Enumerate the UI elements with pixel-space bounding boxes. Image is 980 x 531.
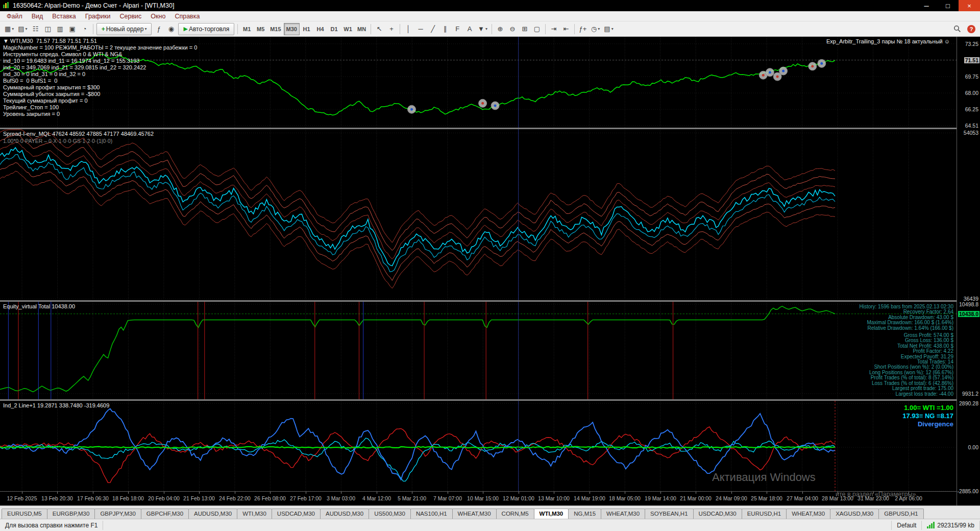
time-label: 27 Feb 17:00	[290, 495, 322, 501]
timeframe-button[interactable]: M15	[267, 23, 283, 35]
panel-divider[interactable]	[0, 399, 957, 401]
window-title: 16350642: Alpari-Demo - Демо Счет - Alpa…	[13, 2, 174, 9]
timeframe-button[interactable]: MN	[355, 23, 369, 35]
vertical-line-button[interactable]: │	[402, 23, 414, 35]
ea-title[interactable]: Exp_Arbitr_Trailing_3 пары № 18 актуальн…	[826, 38, 950, 45]
timeframe-button[interactable]: W1	[341, 23, 355, 35]
chart-tab[interactable]: GBPCHF,M30	[141, 509, 189, 519]
chart-tab[interactable]: EURUSD,M5	[2, 509, 47, 519]
help-button[interactable]: ?	[965, 23, 977, 35]
fibonacci-button[interactable]: F	[451, 23, 463, 35]
channel-button[interactable]: ∥	[439, 23, 451, 35]
menu-item[interactable]: Графики	[81, 12, 115, 20]
arrows-button[interactable]: ▼▾	[476, 23, 489, 35]
market-watch-button[interactable]: ☷	[30, 23, 42, 35]
chart-tab[interactable]: AUDUSD,M30	[188, 509, 237, 519]
status-spacer	[103, 521, 892, 530]
status-help-text: Для вызова справки нажмите F1	[0, 521, 103, 530]
menu-item[interactable]: Вставка	[47, 12, 80, 20]
chart-tab[interactable]: EURUSD,H1	[742, 509, 787, 519]
indicator-info-line: ▼ WTI,M30 71.57 71.58 71.51 71.51	[3, 38, 197, 44]
chart-tab[interactable]: EURGBP,M30	[47, 509, 95, 519]
cascade-button[interactable]: ▢	[531, 23, 543, 35]
scale-label: 9931.2	[962, 391, 978, 397]
panel-divider[interactable]	[0, 128, 957, 129]
chart-tab[interactable]: USDCAD,M30	[272, 509, 321, 519]
indicators-button[interactable]: ƒ+	[577, 23, 589, 35]
menu-item[interactable]: Справка	[170, 12, 204, 20]
scale-label: 71.51	[964, 57, 979, 63]
chart-tab[interactable]: USDCAD,M30	[693, 509, 742, 519]
status-profile[interactable]: Default	[892, 521, 922, 530]
new-order-button[interactable]: + Новый ордер ▾	[96, 23, 152, 35]
text-tool-button[interactable]: A	[463, 23, 476, 35]
time-tick	[128, 492, 129, 494]
strategy-tester-button[interactable]: ◔	[79, 23, 91, 35]
zoom-in-button[interactable]: ⊕	[494, 23, 506, 35]
data-window-button[interactable]: ◫	[42, 23, 54, 35]
price-scale[interactable]: 73.2571.5169.7568.0066.2564.515405336439…	[957, 37, 980, 505]
timeframe-button[interactable]: M30	[284, 23, 300, 35]
autoscroll-button[interactable]: ⇥	[548, 23, 560, 35]
autotrading-play-icon: ▶	[183, 26, 187, 32]
metaeditor-button[interactable]: ƒ	[153, 23, 165, 35]
new-chart-button[interactable]: ▦▾	[3, 23, 16, 35]
zoom-out-button[interactable]: ⊖	[506, 23, 519, 35]
timeframe-button[interactable]: M5	[254, 23, 267, 35]
menu-item[interactable]: Вид	[27, 12, 48, 20]
expert-advisors-button[interactable]: ◉	[165, 23, 177, 35]
timeframe-button[interactable]: D1	[327, 23, 341, 35]
timeframe-button[interactable]: H4	[313, 23, 327, 35]
time-label: 21 Feb 13:00	[183, 495, 215, 501]
horizontal-line-button[interactable]: ─	[414, 23, 427, 35]
chart-area: 73.2571.5169.7568.0066.2564.515405336439…	[0, 37, 980, 505]
chart-tab[interactable]: GBPJPY,M30	[94, 509, 141, 519]
periods-button[interactable]: ◷▾	[589, 23, 602, 35]
maximize-button[interactable]: □	[937, 0, 959, 11]
chart-tab[interactable]: WTI,M30	[237, 509, 272, 519]
chart-tab[interactable]: US500,M30	[369, 509, 411, 519]
chart-tab[interactable]: CORN,M5	[496, 509, 534, 519]
search-button[interactable]	[951, 23, 963, 35]
time-tick	[448, 492, 448, 494]
chart-tab[interactable]: GBPUSD,H1	[878, 509, 923, 519]
chart-tab[interactable]: AUDUSD,M30	[320, 509, 369, 519]
crosshair-button[interactable]: +	[385, 23, 398, 35]
time-tick	[57, 492, 58, 494]
menu-item[interactable]: Сервис	[115, 12, 146, 20]
chart-tab[interactable]: WHEAT,M30	[452, 509, 497, 519]
time-tick	[22, 492, 22, 494]
timeframe-button[interactable]: M1	[240, 23, 254, 35]
timeframe-button[interactable]: H1	[300, 23, 313, 35]
chart-tab[interactable]: NG,M15	[568, 509, 601, 519]
terminal-button[interactable]: ▣	[66, 23, 79, 35]
chart-tab[interactable]: NAS100,H1	[410, 509, 453, 519]
dropdown-caret-icon: ▾	[485, 27, 487, 31]
menu-item[interactable]: Файл	[2, 12, 27, 20]
chart-shift-button[interactable]: ⇤	[560, 23, 572, 35]
panel-divider[interactable]	[0, 300, 957, 302]
time-tick	[767, 492, 767, 494]
connection-status-icon	[927, 522, 935, 528]
chart-tab[interactable]: SOYBEAN,H1	[645, 509, 694, 519]
chart-tab[interactable]: XAGUSD,M30	[830, 509, 879, 519]
time-tick	[519, 492, 519, 494]
menu-item[interactable]: Окно	[146, 12, 170, 20]
oscillator-legend-line: 17.93= NG =8.17	[902, 412, 953, 420]
navigator-button[interactable]: ▥	[54, 23, 66, 35]
toolbar-separator	[545, 24, 546, 34]
templates-button[interactable]: ▤▾	[602, 23, 615, 35]
profiles-button[interactable]: ▤▾	[16, 23, 29, 35]
close-button[interactable]: ×	[959, 0, 980, 11]
autotrading-button[interactable]: ▶ Авто-торговля	[178, 23, 234, 35]
chart-tab[interactable]: WHEAT,M30	[786, 509, 830, 519]
trendline-button[interactable]: ╱	[427, 23, 439, 35]
cursor-button[interactable]: ↖	[373, 23, 385, 35]
windows-activation-watermark: Активация Windows	[712, 474, 816, 480]
chart-tab[interactable]: WTI,M30	[534, 509, 569, 519]
chart-tab[interactable]: WHEAT,M30	[601, 509, 645, 519]
title-bar: 16350642: Alpari-Demo - Демо Счет - Alpa…	[0, 0, 980, 11]
time-axis[interactable]: 12 Feb 202513 Feb 20:3017 Feb 06:3018 Fe…	[0, 491, 957, 505]
minimize-button[interactable]: ─	[916, 0, 937, 11]
tile-windows-button[interactable]: ⊞	[519, 23, 531, 35]
